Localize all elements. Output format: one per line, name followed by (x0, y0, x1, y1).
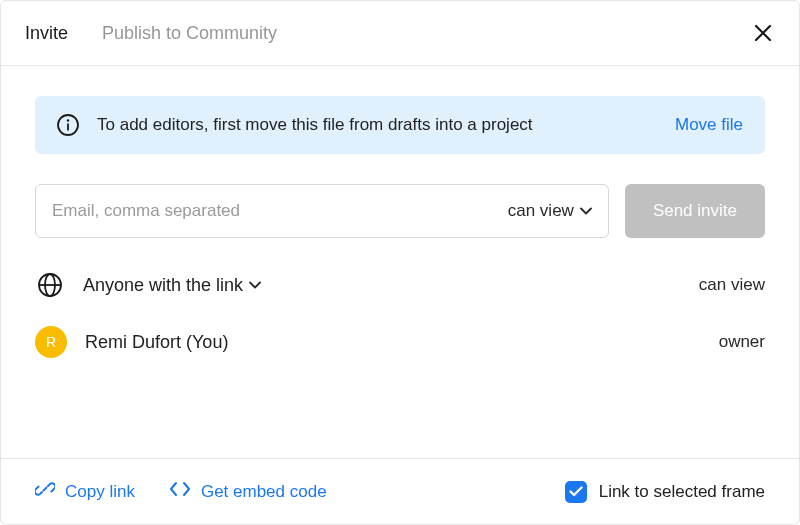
chevron-down-icon (249, 281, 261, 289)
tab-invite[interactable]: Invite (25, 23, 68, 44)
owner-role: owner (719, 332, 765, 352)
svg-rect-2 (67, 124, 69, 131)
check-icon (569, 486, 583, 497)
chevron-down-icon (580, 207, 592, 215)
copy-link-label: Copy link (65, 482, 135, 502)
link-access-select[interactable]: Anyone with the link (83, 275, 681, 296)
footer-left: Copy link Get embed code (35, 479, 327, 504)
owner-name: Remi Dufort (You) (85, 332, 701, 353)
banner-text: To add editors, first move this file fro… (97, 115, 657, 135)
globe-icon (35, 270, 65, 300)
embed-code-button[interactable]: Get embed code (169, 479, 327, 504)
modal-footer: Copy link Get embed code Link to selecte… (1, 458, 799, 524)
link-icon (35, 479, 55, 504)
permission-value: can view (508, 201, 574, 221)
footer-right: Link to selected frame (565, 481, 765, 503)
send-invite-button[interactable]: Send invite (625, 184, 765, 238)
email-input[interactable] (52, 201, 496, 221)
embed-code-label: Get embed code (201, 482, 327, 502)
email-input-wrap: can view (35, 184, 609, 238)
access-row-link: Anyone with the link can view (35, 270, 765, 300)
info-icon (57, 114, 79, 136)
link-access-role: can view (699, 275, 765, 295)
close-icon (753, 23, 773, 43)
close-button[interactable] (749, 19, 777, 47)
avatar: R (35, 326, 67, 358)
access-list: Anyone with the link can view R Remi Duf… (35, 270, 765, 358)
link-frame-label[interactable]: Link to selected frame (599, 482, 765, 502)
code-icon (169, 481, 191, 502)
share-modal: Invite Publish to Community To add edito… (0, 0, 800, 525)
modal-header: Invite Publish to Community (1, 1, 799, 66)
move-file-link[interactable]: Move file (675, 115, 743, 135)
access-row-owner: R Remi Dufort (You) owner (35, 326, 765, 358)
permission-select[interactable]: can view (496, 201, 592, 221)
svg-point-1 (67, 119, 69, 121)
invite-row: can view Send invite (35, 184, 765, 238)
link-access-label: Anyone with the link (83, 275, 243, 296)
info-banner: To add editors, first move this file fro… (35, 96, 765, 154)
tab-publish[interactable]: Publish to Community (102, 23, 277, 44)
link-frame-checkbox[interactable] (565, 481, 587, 503)
copy-link-button[interactable]: Copy link (35, 479, 135, 504)
header-tabs: Invite Publish to Community (25, 23, 277, 44)
modal-body: To add editors, first move this file fro… (1, 66, 799, 458)
